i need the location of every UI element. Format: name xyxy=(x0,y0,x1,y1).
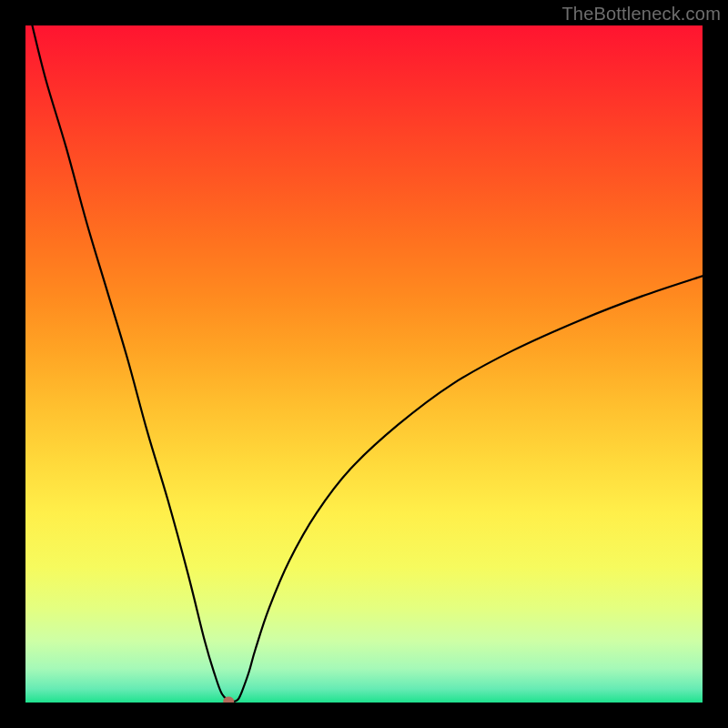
curve-path xyxy=(32,25,703,702)
watermark-text: TheBottleneck.com xyxy=(561,4,721,25)
plot-area xyxy=(25,25,703,703)
chart-stage: TheBottleneck.com xyxy=(0,0,728,728)
bottleneck-curve xyxy=(32,25,703,702)
curve-layer xyxy=(25,25,703,703)
